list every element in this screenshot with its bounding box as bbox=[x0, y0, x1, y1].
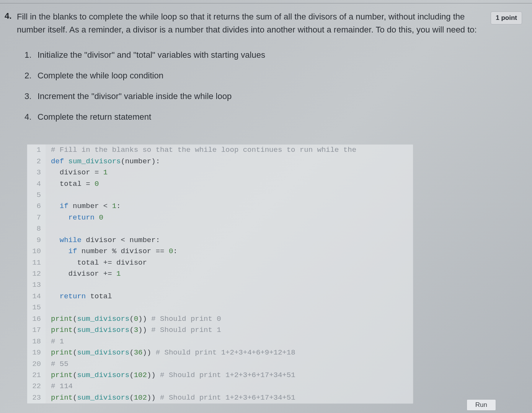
code-line[interactable]: 16print(sum_divisors(0)) # Should print … bbox=[27, 314, 413, 325]
code-line[interactable]: 10 if number % divisor == 0: bbox=[27, 246, 413, 257]
code-content[interactable]: while divisor < number: bbox=[46, 235, 160, 246]
code-content[interactable]: if number % divisor == 0: bbox=[46, 246, 178, 257]
code-line[interactable]: 23print(sum_divisors(102)) # Should prin… bbox=[27, 392, 413, 403]
code-line[interactable]: 12 divisor += 1 bbox=[27, 268, 413, 280]
code-content[interactable]: divisor += 1 bbox=[46, 268, 121, 280]
run-button[interactable]: Run bbox=[467, 399, 496, 411]
code-content[interactable]: print(sum_divisors(0)) # Should print 0 bbox=[46, 314, 221, 325]
code-line[interactable]: 15 bbox=[27, 302, 413, 313]
line-number: 8 bbox=[27, 223, 46, 234]
code-editor[interactable]: 1# Fill in the blanks so that the while … bbox=[27, 144, 413, 404]
code-token: ( bbox=[73, 393, 77, 402]
line-number: 14 bbox=[27, 291, 46, 302]
top-divider bbox=[0, 3, 532, 3]
line-number: 15 bbox=[27, 302, 46, 313]
line-number: 12 bbox=[27, 268, 46, 280]
code-line[interactable]: 11 total += divisor bbox=[27, 257, 413, 268]
code-token: while bbox=[60, 236, 86, 244]
line-number: 23 bbox=[27, 392, 46, 403]
code-content[interactable]: divisor = 1 bbox=[46, 167, 108, 178]
code-line[interactable]: 3 divisor = 1 bbox=[27, 167, 413, 178]
code-content[interactable]: print(sum_divisors(102)) # Should print … bbox=[46, 392, 295, 403]
code-token: # Should print 1 bbox=[151, 326, 221, 334]
code-content[interactable] bbox=[46, 280, 51, 291]
code-token: 36 bbox=[134, 348, 143, 357]
code-token: print bbox=[51, 393, 73, 402]
code-token: 0 bbox=[134, 315, 138, 323]
line-number: 22 bbox=[27, 381, 46, 392]
code-content[interactable]: return 0 bbox=[46, 212, 103, 223]
code-line[interactable]: 5 bbox=[27, 190, 413, 201]
code-content[interactable]: total = 0 bbox=[46, 179, 99, 190]
code-line[interactable]: 13 bbox=[27, 280, 413, 291]
code-token: if bbox=[60, 202, 73, 210]
question-step: 3.Increment the "divisor" variable insid… bbox=[24, 91, 477, 101]
code-content[interactable]: print(sum_divisors(102)) # Should print … bbox=[46, 370, 295, 381]
line-number: 16 bbox=[27, 314, 46, 325]
code-content[interactable]: # 55 bbox=[46, 359, 69, 370]
code-content[interactable]: print(sum_divisors(36)) # Should print 1… bbox=[46, 347, 295, 358]
code-line[interactable]: 6 if number < 1: bbox=[27, 201, 413, 212]
code-content[interactable]: return total bbox=[46, 291, 112, 302]
code-token: ( bbox=[73, 326, 77, 334]
code-content[interactable]: # 1 bbox=[46, 336, 64, 347]
code-token: )) bbox=[147, 371, 160, 379]
question-prompt: Fill in the blanks to complete the while… bbox=[17, 10, 477, 36]
code-line[interactable]: 8 bbox=[27, 223, 413, 234]
code-token: ( bbox=[129, 393, 134, 402]
code-token: sum_divisors bbox=[77, 348, 129, 357]
code-token: total = bbox=[51, 180, 95, 188]
code-token: if bbox=[69, 247, 82, 255]
code-line[interactable]: 9 while divisor < number: bbox=[27, 235, 413, 246]
code-line[interactable]: 1# Fill in the blanks so that the while … bbox=[27, 145, 413, 156]
code-token: # 55 bbox=[51, 360, 69, 368]
code-content[interactable]: total += divisor bbox=[46, 257, 147, 268]
line-number: 10 bbox=[27, 246, 46, 257]
code-line[interactable]: 22# 114 bbox=[27, 381, 413, 392]
code-line[interactable]: 20# 55 bbox=[27, 359, 413, 370]
step-text: Complete the while loop condition bbox=[38, 71, 163, 81]
code-line[interactable]: 2def sum_divisors(number): bbox=[27, 156, 413, 167]
code-content[interactable]: # Fill in the blanks so that the while l… bbox=[46, 145, 356, 156]
question-steps-list: 1.Initialize the "divisor" and "total" v… bbox=[17, 50, 477, 122]
code-content[interactable] bbox=[46, 223, 51, 234]
code-token: divisor += bbox=[51, 270, 116, 278]
step-text: Initialize the "divisor" and "total" var… bbox=[38, 50, 265, 60]
code-line[interactable]: 14 return total bbox=[27, 291, 413, 302]
code-token: number % divisor == bbox=[82, 247, 169, 255]
step-number: 1. bbox=[24, 50, 38, 60]
code-token: 1 bbox=[103, 168, 108, 177]
code-token: 3 bbox=[134, 326, 138, 334]
code-content[interactable]: if number < 1: bbox=[46, 201, 121, 212]
code-token: ( bbox=[129, 326, 134, 334]
code-line[interactable]: 19print(sum_divisors(36)) # Should print… bbox=[27, 347, 413, 358]
line-number: 6 bbox=[27, 201, 46, 212]
code-content[interactable] bbox=[46, 190, 51, 201]
code-content[interactable]: def sum_divisors(number): bbox=[46, 156, 160, 167]
question-step: 1.Initialize the "divisor" and "total" v… bbox=[24, 50, 477, 60]
code-token: ( bbox=[129, 348, 134, 357]
code-content[interactable] bbox=[46, 302, 51, 313]
code-content[interactable]: print(sum_divisors(3)) # Should print 1 bbox=[46, 325, 221, 336]
code-token: (number): bbox=[121, 157, 160, 166]
step-text: Increment the "divisor" variable inside … bbox=[38, 91, 232, 101]
code-line[interactable]: 21print(sum_divisors(102)) # Should prin… bbox=[27, 370, 413, 381]
step-number: 3. bbox=[24, 91, 38, 101]
code-token: # Should print 1+2+3+6+17+34+51 bbox=[160, 393, 295, 402]
code-token: ( bbox=[73, 315, 77, 323]
code-content[interactable]: # 114 bbox=[46, 381, 73, 392]
code-token: : bbox=[116, 202, 121, 210]
code-line[interactable]: 4 total = 0 bbox=[27, 179, 413, 190]
code-line[interactable]: 7 return 0 bbox=[27, 212, 413, 223]
step-number: 4. bbox=[24, 112, 38, 122]
code-token: # Should print 0 bbox=[151, 315, 221, 323]
step-number: 2. bbox=[24, 71, 38, 81]
code-token: ( bbox=[129, 371, 134, 379]
line-number: 2 bbox=[27, 156, 46, 167]
code-token: sum_divisors bbox=[77, 326, 129, 334]
code-token: print bbox=[51, 315, 73, 323]
code-token: # Fill in the blanks so that the while l… bbox=[51, 146, 356, 154]
code-line[interactable]: 17print(sum_divisors(3)) # Should print … bbox=[27, 325, 413, 336]
code-line[interactable]: 18# 1 bbox=[27, 336, 413, 347]
code-token: number < bbox=[73, 202, 112, 210]
